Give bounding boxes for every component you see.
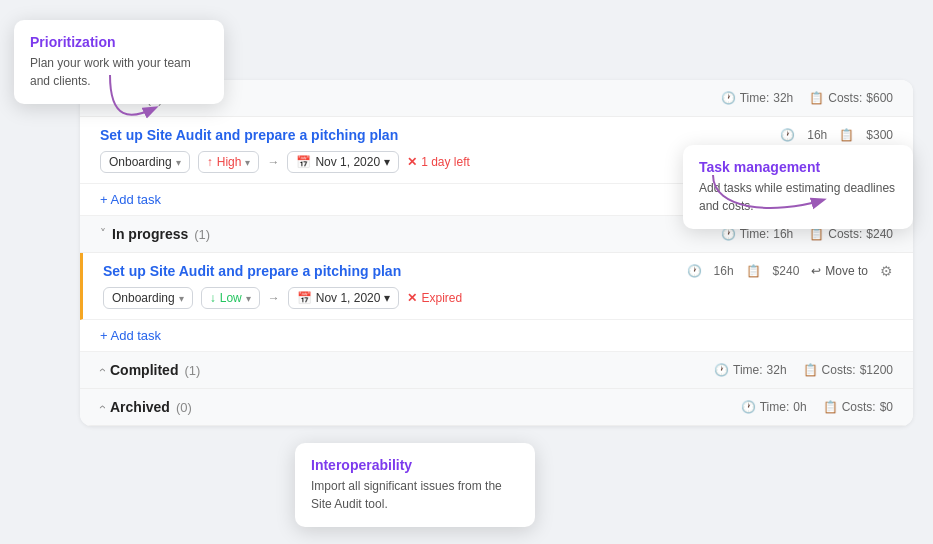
- deadline-x-icon-inprogress: ✕: [407, 291, 417, 305]
- new-task-time: 16h: [807, 128, 827, 142]
- costs-icon-archived: 📋: [823, 400, 838, 414]
- in-progress-task-category-label: Onboarding: [112, 291, 175, 305]
- in-progress-task-deadline-badge: ✕ Expired: [407, 291, 462, 305]
- archived-section-count: (0): [176, 400, 192, 415]
- new-costs-value: $600: [866, 91, 893, 105]
- main-panel: ˅ New (1) 🕐 Time: 32h 📋 Costs: $600 Set …: [80, 80, 913, 426]
- in-progress-costs-value: $240: [866, 227, 893, 241]
- new-task-category-label: Onboarding: [109, 155, 172, 169]
- in-progress-time-meta: 🕐 Time: 16h: [721, 227, 794, 241]
- in-progress-task-cost: $240: [773, 264, 800, 278]
- in-progress-task-arrow-icon: →: [268, 291, 280, 305]
- in-progress-task-priority-label: Low: [220, 291, 242, 305]
- new-section-meta: 🕐 Time: 32h 📋 Costs: $600: [721, 91, 893, 105]
- new-task-date-dropdown[interactable]: 📅 Nov 1, 2020 ▾: [287, 151, 399, 173]
- archived-section-meta: 🕐 Time: 0h 📋 Costs: $0: [741, 400, 893, 414]
- new-costs-label: Costs:: [828, 91, 862, 105]
- in-progress-section-count: (1): [194, 227, 210, 242]
- new-time-meta: 🕐 Time: 32h: [721, 91, 794, 105]
- in-progress-task-time: 16h: [714, 264, 734, 278]
- settings-icon[interactable]: ⚙: [880, 263, 893, 279]
- task-management-tooltip-title: Task management: [699, 159, 897, 175]
- new-task-clock-icon: 🕐: [780, 128, 795, 142]
- completed-section-chevron[interactable]: ›: [95, 368, 109, 372]
- move-to-button[interactable]: ↩ Move to: [811, 264, 868, 278]
- clock-icon-archived: 🕐: [741, 400, 756, 414]
- in-progress-task-deadline-label: Expired: [421, 291, 462, 305]
- archived-costs-value: $0: [880, 400, 893, 414]
- completed-costs-meta: 📋 Costs: $1200: [803, 363, 893, 377]
- archived-time-value: 0h: [793, 400, 806, 414]
- clock-icon: 🕐: [721, 91, 736, 105]
- in-progress-task-date-dropdown[interactable]: 📅 Nov 1, 2020 ▾: [288, 287, 400, 309]
- interoperability-tooltip: Interoperability Import all significant …: [295, 443, 535, 527]
- new-task-cost-icon: 📋: [839, 128, 854, 142]
- in-progress-task-priority-dropdown[interactable]: ↓ Low ▾: [201, 287, 260, 309]
- archived-section-title: Archived: [110, 399, 170, 415]
- in-progress-task-clock-icon: 🕐: [687, 264, 702, 278]
- calendar-icon-inprogress: 📅: [297, 291, 312, 305]
- new-task-cost: $300: [866, 128, 893, 142]
- in-progress-task-date-label: Nov 1, 2020: [316, 291, 381, 305]
- archived-time-meta: 🕐 Time: 0h: [741, 400, 807, 414]
- archived-costs-meta: 📋 Costs: $0: [823, 400, 893, 414]
- in-progress-task-header: Set up Site Audit and prepare a pitching…: [103, 263, 893, 279]
- new-time-label: Time:: [740, 91, 770, 105]
- new-task-arrow-icon: →: [267, 155, 279, 169]
- new-costs-meta: 📋 Costs: $600: [809, 91, 893, 105]
- in-progress-task-right-meta: 🕐 16h 📋 $240 ↩ Move to ⚙: [687, 263, 893, 279]
- completed-costs-value: $1200: [860, 363, 893, 377]
- archived-section-header: › Archived (0) 🕐 Time: 0h 📋 Costs: $0: [80, 389, 913, 426]
- new-task-title[interactable]: Set up Site Audit and prepare a pitching…: [100, 127, 398, 143]
- task-management-tooltip-desc: Add tasks while estimating deadlines and…: [699, 179, 897, 215]
- in-progress-section-chevron[interactable]: ˅: [100, 227, 106, 241]
- in-progress-costs-label: Costs:: [828, 227, 862, 241]
- prioritization-tooltip-desc: Plan your work with your team and client…: [30, 54, 208, 90]
- completed-section-count: (1): [184, 363, 200, 378]
- completed-section-title: Complited: [110, 362, 178, 378]
- in-progress-task-category-dropdown[interactable]: Onboarding ▾: [103, 287, 193, 309]
- new-priority-chevron-icon: ▾: [245, 157, 250, 168]
- new-category-chevron-icon: ▾: [176, 157, 181, 168]
- in-progress-section-title: In progress: [112, 226, 188, 242]
- prioritization-tooltip: Prioritization Plan your work with your …: [14, 20, 224, 104]
- archived-section-chevron[interactable]: ›: [95, 405, 109, 409]
- completed-section-meta: 🕐 Time: 32h 📋 Costs: $1200: [714, 363, 893, 377]
- new-task-deadline-badge: ✕ 1 day left: [407, 155, 470, 169]
- interoperability-tooltip-desc: Import all significant issues from the S…: [311, 477, 519, 513]
- costs-icon-new: 📋: [809, 91, 824, 105]
- in-progress-time-label: Time:: [740, 227, 770, 241]
- new-task-right-meta: 🕐 16h 📋 $300: [780, 128, 893, 142]
- in-progress-add-task-button[interactable]: + Add task: [100, 328, 161, 343]
- completed-section-header: › Complited (1) 🕐 Time: 32h 📋 Costs: $12…: [80, 352, 913, 389]
- in-progress-section-meta: 🕐 Time: 16h 📋 Costs: $240: [721, 227, 893, 241]
- new-task-header: Set up Site Audit and prepare a pitching…: [100, 127, 893, 143]
- completed-costs-label: Costs:: [822, 363, 856, 377]
- completed-time-label: Time:: [733, 363, 763, 377]
- in-progress-task-title[interactable]: Set up Site Audit and prepare a pitching…: [103, 263, 401, 279]
- new-task-category-dropdown[interactable]: Onboarding ▾: [100, 151, 190, 173]
- new-task-priority-dropdown[interactable]: ↑ High ▾: [198, 151, 260, 173]
- in-progress-costs-meta: 📋 Costs: $240: [809, 227, 893, 241]
- costs-icon-inprogress: 📋: [809, 227, 824, 241]
- priority-up-icon: ↑: [207, 155, 213, 169]
- new-task-deadline-label: 1 day left: [421, 155, 470, 169]
- completed-time-value: 32h: [767, 363, 787, 377]
- interoperability-tooltip-title: Interoperability: [311, 457, 519, 473]
- new-time-value: 32h: [773, 91, 793, 105]
- clock-icon-inprogress: 🕐: [721, 227, 736, 241]
- in-progress-priority-chevron-icon: ▾: [246, 293, 251, 304]
- in-progress-add-task-label: + Add task: [100, 328, 161, 343]
- new-task-priority-label: High: [217, 155, 242, 169]
- in-progress-date-chevron-icon: ▾: [384, 291, 390, 305]
- in-progress-time-value: 16h: [773, 227, 793, 241]
- clock-icon-completed: 🕐: [714, 363, 729, 377]
- calendar-icon-new: 📅: [296, 155, 311, 169]
- completed-time-meta: 🕐 Time: 32h: [714, 363, 787, 377]
- new-add-task-button[interactable]: + Add task: [100, 192, 161, 207]
- costs-icon-completed: 📋: [803, 363, 818, 377]
- deadline-x-icon-new: ✕: [407, 155, 417, 169]
- new-date-chevron-icon: ▾: [384, 155, 390, 169]
- in-progress-task-controls: Onboarding ▾ ↓ Low ▾ → 📅 Nov 1, 2020 ▾ ✕…: [103, 287, 893, 309]
- priority-low-icon: ↓: [210, 291, 216, 305]
